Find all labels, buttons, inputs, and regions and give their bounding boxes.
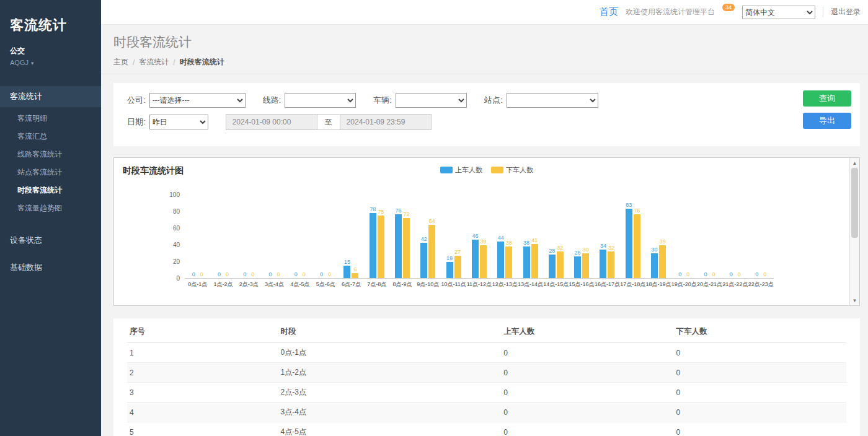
- content: 公司: ---请选择--- 线路: 车辆: 站点:: [101, 74, 868, 436]
- bar-value-label: 0: [243, 271, 246, 278]
- x-tick-label: 6点-7点: [339, 281, 364, 289]
- bar-wrap: 44: [497, 235, 504, 278]
- legend-item[interactable]: 上车人数: [440, 165, 482, 175]
- bar-value-label: 0: [192, 271, 195, 278]
- x-tick-label: 8点-9点: [389, 281, 415, 289]
- bar: [497, 242, 504, 278]
- scrollbar-up-button[interactable]: ▲: [850, 158, 859, 168]
- bar-group: 00: [722, 194, 748, 278]
- date-preset-select[interactable]: 昨日: [149, 115, 208, 129]
- x-tick-label: 14点-15点: [543, 281, 569, 289]
- company-label: 公司:: [127, 95, 146, 106]
- bar-wrap: 0: [249, 271, 256, 278]
- line-label: 线路:: [263, 95, 281, 106]
- app-logo: 客流统计: [0, 0, 101, 42]
- caret-down-icon: ▾: [31, 60, 34, 66]
- bar-wrap: 76: [634, 207, 640, 278]
- breadcrumb-flow-stats[interactable]: 客流统计: [139, 57, 169, 68]
- bar-value-label: 83: [626, 202, 632, 209]
- bar-wrap: 0: [241, 271, 248, 278]
- table-cell: 4点-5点: [278, 422, 502, 436]
- sidebar-item-line-stats[interactable]: 线路客流统计: [0, 146, 101, 164]
- breadcrumb-separator: /: [173, 58, 175, 67]
- table-cell: 0点-1点: [278, 343, 502, 363]
- vehicle-select[interactable]: [396, 93, 467, 108]
- sidebar-item-passenger-stats[interactable]: 客流统计: [0, 86, 101, 107]
- x-tick-label: 18点-19点: [645, 281, 671, 289]
- bar-value-label: 0: [763, 271, 766, 278]
- date-label: 日期:: [127, 116, 146, 128]
- bar-group: 3841: [518, 194, 543, 278]
- bar-group: 3432: [595, 194, 620, 278]
- bar: [403, 218, 410, 278]
- line-select[interactable]: [285, 93, 356, 108]
- main-area: 首页 欢迎使用客流统计管理平台 34 简体中文 退出登录 时段客流统计 主页 /…: [101, 0, 868, 436]
- table-header-cell: 序号: [127, 321, 278, 343]
- sidebar-menu: 客流统计 客流明细 客流汇总 线路客流统计 站点客流统计 时段客流统计 客流量趋…: [0, 86, 101, 278]
- query-button[interactable]: 查询: [803, 90, 851, 107]
- bar-wrap: 0: [702, 271, 709, 278]
- bar-group: 00: [671, 194, 697, 278]
- bar-value-label: 32: [557, 245, 563, 251]
- bar-value-label: 75: [378, 209, 384, 216]
- x-tick-label: 17点-18点: [620, 281, 645, 289]
- filter-row-2: 日期: 昨日 至: [127, 114, 851, 130]
- station-select[interactable]: [507, 93, 598, 108]
- chart-region: 020406080100 000000000000156787576724264…: [123, 195, 841, 289]
- x-tick-label: 4点-5点: [287, 281, 312, 289]
- x-tick-label: 15点-16点: [569, 281, 594, 289]
- sidebar-item-base-data[interactable]: 基础数据: [0, 257, 101, 278]
- language-select[interactable]: 简体中文: [742, 6, 815, 19]
- company-select[interactable]: ---请选择---: [149, 93, 246, 108]
- bar-group: 156: [339, 194, 364, 278]
- bar: [343, 266, 350, 278]
- chart-x-axis: 0点-1点1点-2点2点-3点3点-4点4点-5点5点-6点6点-7点7点-8点…: [185, 281, 774, 289]
- bar-group: 00: [748, 194, 774, 278]
- sidebar-item-trend-chart[interactable]: 客流量趋势图: [0, 199, 101, 217]
- bar-value-label: 0: [686, 271, 689, 278]
- x-tick-label: 10点-11点: [441, 281, 466, 289]
- x-tick-label: 11点-12点: [466, 281, 492, 289]
- sidebar-item-flow-summary[interactable]: 客流汇总: [0, 128, 101, 146]
- chart-title: 时段车流统计图: [123, 165, 184, 177]
- date-to-input[interactable]: [340, 114, 432, 130]
- bar-value-label: 0: [755, 271, 758, 278]
- bar: [505, 246, 512, 278]
- table-cell: 0: [674, 403, 846, 422]
- bar: [472, 240, 479, 278]
- breadcrumb-home[interactable]: 主页: [113, 57, 128, 68]
- period-stats-table: 序号时段上车人数下车人数 10点-1点0021点-2点0032点-3点0043点…: [127, 321, 846, 436]
- legend-item[interactable]: 下车人数: [491, 165, 533, 175]
- bar-group: 00: [312, 194, 338, 278]
- table-cell: 0: [501, 422, 673, 436]
- bar-value-label: 0: [738, 271, 741, 278]
- home-link[interactable]: 首页: [600, 6, 618, 18]
- export-button[interactable]: 导出: [803, 113, 851, 129]
- org-selector[interactable]: AQGJ▾: [10, 59, 91, 66]
- table-cell: 2: [127, 363, 278, 383]
- table-cell: 2点-3点: [278, 383, 502, 403]
- sidebar-item-device-status[interactable]: 设备状态: [0, 230, 101, 251]
- bar-group: 00: [185, 194, 210, 278]
- bar: [428, 225, 435, 278]
- x-tick-label: 1点-2点: [210, 281, 236, 289]
- bar-wrap: 0: [761, 271, 768, 278]
- date-from-input[interactable]: [226, 114, 317, 130]
- sidebar-item-flow-detail[interactable]: 客流明细: [0, 110, 101, 128]
- bar-value-label: 76: [396, 207, 402, 214]
- bar-group: 2630: [569, 194, 594, 278]
- to-label: 至: [317, 114, 340, 130]
- chart-scrollbar[interactable]: ▲ ▼: [849, 158, 859, 305]
- bar: [549, 255, 556, 278]
- filter-panel: 公司: ---请选择--- 线路: 车辆: 站点:: [113, 83, 860, 146]
- sidebar-item-period-stats[interactable]: 时段客流统计: [0, 181, 101, 199]
- table-header-cell: 上车人数: [501, 321, 673, 343]
- bar-wrap: 76: [395, 207, 402, 278]
- bar-wrap: 0: [676, 271, 683, 278]
- logout-link[interactable]: 退出登录: [823, 7, 861, 17]
- sidebar-item-station-stats[interactable]: 站点客流统计: [0, 164, 101, 181]
- scrollbar-track[interactable]: [850, 168, 859, 295]
- scrollbar-down-button[interactable]: ▼: [850, 295, 859, 305]
- bar-wrap: 32: [557, 245, 564, 278]
- scrollbar-thumb[interactable]: [851, 168, 858, 238]
